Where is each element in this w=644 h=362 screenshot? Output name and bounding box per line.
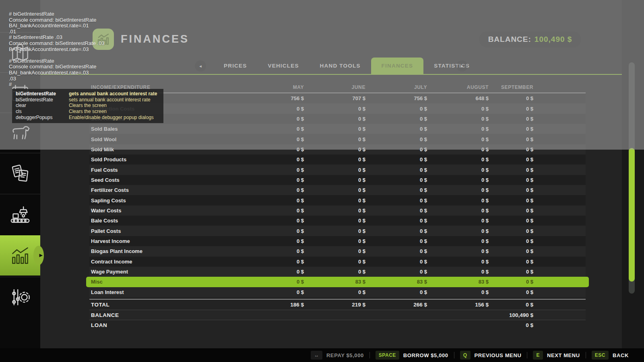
row-value: 0 $ xyxy=(304,187,365,193)
row-value: 0 $ xyxy=(242,289,304,295)
row-value: 0 $ xyxy=(489,156,559,162)
row-value: 0 $ xyxy=(242,269,304,275)
row-value: 0 $ xyxy=(242,156,304,162)
row-value: 83 $ xyxy=(304,279,365,285)
autocomplete-description: Clears the screen xyxy=(69,103,160,109)
hint-back[interactable]: ESCBACK xyxy=(592,351,629,360)
totals-label: TOTAL xyxy=(89,302,242,308)
active-pointer-icon: ▶ xyxy=(39,253,43,258)
production-icon xyxy=(9,203,31,226)
key-chip[interactable]: E xyxy=(533,351,543,360)
row-value: 0 $ xyxy=(242,279,304,285)
table-row[interactable]: Harvest Income0 $0 $0 $0 $0 $ xyxy=(89,236,586,246)
totals-label: BALANCE xyxy=(89,312,242,318)
row-value: 0 $ xyxy=(489,228,559,234)
row-value: 0 $ xyxy=(365,218,427,224)
hint-label: REPAY $5,000 xyxy=(326,352,364,358)
row-value: 0 $ xyxy=(489,208,559,214)
totals-value: 186 $ xyxy=(242,302,304,308)
row-value: 0 $ xyxy=(365,259,427,265)
sidebar-item-production[interactable] xyxy=(0,194,40,234)
autocomplete-command: debuggerPopups xyxy=(16,115,66,121)
row-label: Bale Costs xyxy=(89,218,242,224)
totals-value: 100,490 $ xyxy=(489,312,559,318)
console-line: Console command: biSetInterestRate .03 xyxy=(9,41,105,47)
row-value: 0 $ xyxy=(242,248,304,254)
row-label: Fertilizer Costs xyxy=(89,187,242,193)
sidebar-item-finances[interactable]: ▶ xyxy=(0,235,40,276)
console-line: # xyxy=(9,82,105,88)
row-value: 0 $ xyxy=(427,197,489,204)
console-autocomplete: biGetInterestRategets annual bank accoun… xyxy=(12,89,163,123)
row-value: 0 $ xyxy=(489,269,559,275)
row-value: 0 $ xyxy=(242,197,304,204)
documents-icon xyxy=(9,162,31,185)
row-value: 0 $ xyxy=(242,208,304,214)
autocomplete-description: Clears the screen xyxy=(69,109,160,115)
table-row[interactable]: Seed Costs0 $0 $0 $0 $0 $ xyxy=(89,175,586,185)
totals-row: LOAN0 $ xyxy=(89,320,586,330)
totals-value: 156 $ xyxy=(427,302,489,308)
table-row[interactable]: Misc0 $83 $83 $83 $0 $ xyxy=(86,277,589,287)
autocomplete-row[interactable]: clsClears the screen xyxy=(16,109,160,115)
row-value: 0 $ xyxy=(365,197,427,204)
row-value: 0 $ xyxy=(427,228,489,234)
table-row[interactable]: Water Costs0 $0 $0 $0 $0 $ xyxy=(89,206,586,216)
console-line: BAI_bankAccountInterest.rate=.03 xyxy=(9,47,105,53)
sidebar-item-settings[interactable] xyxy=(0,277,40,317)
table-row[interactable]: Pallet Costs0 $0 $0 $0 $0 $ xyxy=(89,226,586,236)
hint-separator xyxy=(369,352,370,358)
row-value: 0 $ xyxy=(489,248,559,254)
hint-label: BACK xyxy=(613,352,629,358)
sidebar-item-contracts[interactable] xyxy=(0,153,40,193)
hint-next-menu[interactable]: ENEXT MENU xyxy=(533,351,580,360)
table-row[interactable]: Biogas Plant Income0 $0 $0 $0 $0 $ xyxy=(89,246,586,256)
autocomplete-row[interactable]: biSetInterestRatesets annual bank accoun… xyxy=(16,97,160,103)
hint-previous-menu[interactable]: QPREVIOUS MENU xyxy=(460,351,522,360)
table-row[interactable]: Fertilizer Costs0 $0 $0 $0 $0 $ xyxy=(89,185,586,195)
row-value: 0 $ xyxy=(242,167,304,173)
row-label: Misc xyxy=(89,279,242,285)
row-value: 0 $ xyxy=(427,187,489,193)
key-chip[interactable]: SPACE xyxy=(376,351,399,360)
console-line: .01 xyxy=(9,29,105,35)
table-row[interactable]: Contract Income0 $0 $0 $0 $0 $ xyxy=(89,257,586,267)
row-value: 0 $ xyxy=(242,228,304,234)
table-row[interactable]: Wage Payment0 $0 $0 $0 $0 $ xyxy=(89,267,586,277)
table-row[interactable]: Bale Costs0 $0 $0 $0 $0 $ xyxy=(89,216,586,226)
row-value: 0 $ xyxy=(304,248,365,254)
row-value: 0 $ xyxy=(489,197,559,204)
autocomplete-command: biGetInterestRate xyxy=(16,91,66,97)
row-label: Water Costs xyxy=(89,208,242,214)
console-line: .03 xyxy=(9,76,105,82)
hint-separator xyxy=(527,352,527,358)
hint-label: PREVIOUS MENU xyxy=(475,352,522,358)
table-row[interactable]: Loan Interest0 $0 $0 $0 $0 $ xyxy=(89,287,586,297)
row-value: 0 $ xyxy=(489,218,559,224)
table-row[interactable]: Sapling Costs0 $0 $0 $0 $0 $ xyxy=(89,195,586,205)
row-label: Sapling Costs xyxy=(89,197,242,204)
autocomplete-row[interactable]: clearClears the screen xyxy=(16,103,160,109)
row-label: Biogas Plant Income xyxy=(89,248,242,254)
row-value: 0 $ xyxy=(365,156,427,162)
autocomplete-row[interactable]: debuggerPopupsEnable/disable debugger po… xyxy=(16,115,160,121)
footer-hint-bar: ↔REPAY $5,000SPACEBORROW $5,000QPREVIOUS… xyxy=(0,348,644,362)
scrollbar-thumb[interactable] xyxy=(629,148,635,282)
hint-separator xyxy=(454,352,454,358)
key-chip: ↔ xyxy=(311,351,322,360)
hint-borrow-5-000[interactable]: SPACEBORROW $5,000 xyxy=(376,351,448,360)
table-row[interactable]: Sold Products0 $0 $0 $0 $0 $ xyxy=(89,154,586,165)
table-row[interactable]: Fuel Costs0 $0 $0 $0 $0 $ xyxy=(89,165,586,175)
autocomplete-row[interactable]: biGetInterestRategets annual bank accoun… xyxy=(16,91,160,97)
hint-separator xyxy=(586,352,586,358)
key-chip[interactable]: ESC xyxy=(592,351,609,360)
console-line xyxy=(9,52,105,58)
row-value: 0 $ xyxy=(365,167,427,173)
console-line: BAI_bankAccountInterest.rate=.01 xyxy=(9,23,105,29)
console-line: # biSetInterestRate .03 xyxy=(9,35,105,41)
autocomplete-description: gets annual bank account interest rate xyxy=(69,91,160,97)
row-value: 0 $ xyxy=(427,238,489,244)
row-value: 0 $ xyxy=(427,156,489,162)
key-chip[interactable]: Q xyxy=(460,351,471,360)
row-value: 0 $ xyxy=(304,269,365,275)
